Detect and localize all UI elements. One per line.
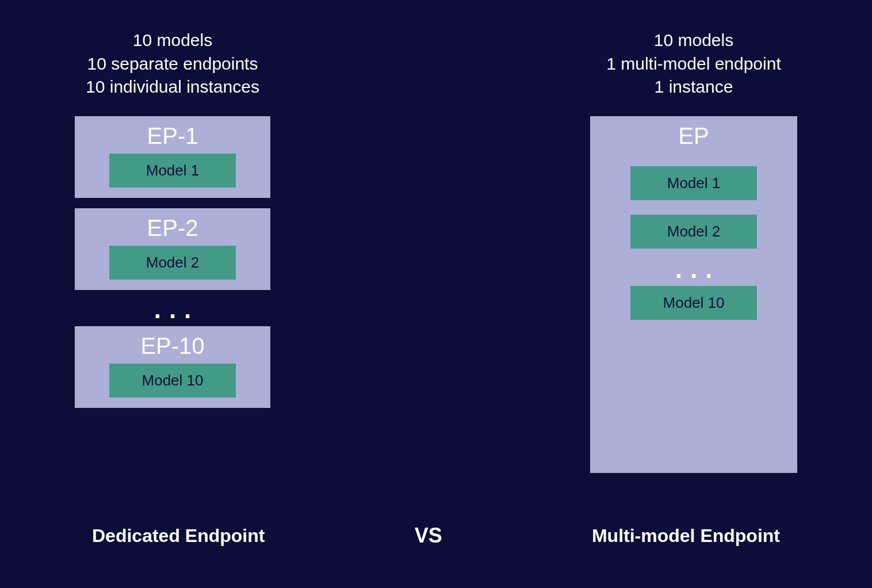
right-header-line3: 1 instance <box>606 75 781 99</box>
right-header-line1: 10 models <box>606 29 781 52</box>
multi-model-box-1: Model 1 <box>630 166 757 200</box>
multi-model-box-10: Model 10 <box>630 286 757 320</box>
endpoint-box-2: EP-2 Model 2 <box>75 208 270 290</box>
right-header: 10 models 1 multi-model endpoint 1 insta… <box>606 29 781 99</box>
endpoints-stack: EP-1 Model 1 EP-2 Model 2 ... EP-10 Mode… <box>75 116 270 408</box>
right-header-line2: 1 multi-model endpoint <box>606 52 781 76</box>
multi-endpoint-box: EP Model 1 Model 2 ... Model 10 <box>590 116 797 473</box>
left-header-line3: 10 individual instances <box>86 75 259 99</box>
left-header: 10 models 10 separate endpoints 10 indiv… <box>86 29 259 99</box>
endpoint-box-10: EP-10 Model 10 <box>75 326 270 408</box>
model-box-1: Model 1 <box>109 154 236 188</box>
diagram-container: 10 models 10 separate endpoints 10 indiv… <box>0 0 872 473</box>
endpoint-title-2: EP-2 <box>147 215 198 241</box>
endpoint-box-1: EP-1 Model 1 <box>75 116 270 198</box>
multi-endpoint-title: EP <box>678 123 709 149</box>
left-ellipsis: ... <box>146 300 200 316</box>
vs-label: VS <box>415 524 442 548</box>
endpoint-title-10: EP-10 <box>140 333 204 359</box>
multi-model-box-2: Model 2 <box>630 215 757 249</box>
model-box-10: Model 10 <box>109 364 236 398</box>
endpoint-title-1: EP-1 <box>147 123 198 149</box>
model-box-2: Model 2 <box>109 246 236 280</box>
left-header-line2: 10 separate endpoints <box>86 52 259 76</box>
footer-labels: Dedicated Endpoint VS Multi-model Endpoi… <box>0 524 872 548</box>
right-ellipsis: ... <box>667 260 721 276</box>
left-column: 10 models 10 separate endpoints 10 indiv… <box>75 29 270 408</box>
dedicated-endpoint-label: Dedicated Endpoint <box>92 525 265 547</box>
multi-model-endpoint-label: Multi-model Endpoint <box>592 525 780 547</box>
left-header-line1: 10 models <box>86 29 259 52</box>
right-column: 10 models 1 multi-model endpoint 1 insta… <box>590 29 797 473</box>
